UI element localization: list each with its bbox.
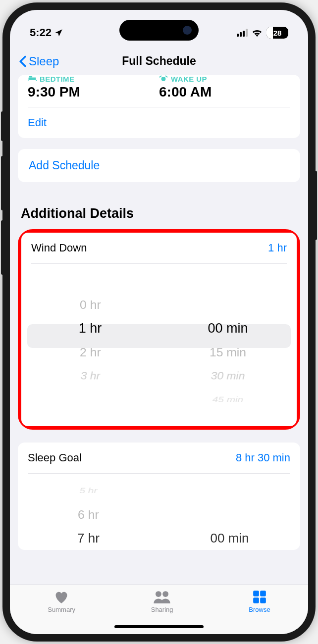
minutes-picker-col[interactable]: 00 min 15 min 30 min 45 min [159, 269, 297, 411]
picker-item[interactable]: 6 hr [78, 503, 99, 526]
sleep-goal-picker[interactable]: 5 hr 6 hr 7 hr 00 min [18, 474, 300, 550]
svg-rect-8 [260, 591, 266, 596]
sleep-goal-card: Sleep Goal 8 hr 30 min 5 hr 6 hr 7 hr [18, 443, 300, 550]
wind-down-label: Wind Down [31, 242, 87, 254]
minutes-picker-col[interactable]: 00 min [159, 479, 300, 550]
wind-down-card: Wind Down 1 hr 0 hr 1 hr 2 hr 3 h [21, 233, 297, 426]
picker-item-selected[interactable]: 1 hr [79, 316, 102, 340]
bedtime-value: 9:30 PM [28, 84, 159, 100]
section-title: Additional Details [18, 201, 300, 229]
tab-label: Summary [48, 606, 75, 613]
tab-summary[interactable]: Summary [48, 590, 75, 613]
picker-item[interactable]: 7 hr [77, 526, 100, 550]
schedule-card: BEDTIME 9:30 PM WAKE UP 6:00 AM Edit [18, 75, 300, 138]
cellular-icon [237, 29, 248, 37]
svg-point-6 [162, 591, 168, 597]
tab-label: Browse [249, 606, 270, 613]
sleep-goal-label: Sleep Goal [28, 451, 82, 464]
picker-item[interactable]: 2 hr [80, 341, 101, 363]
svg-rect-9 [253, 597, 259, 603]
content[interactable]: BEDTIME 9:30 PM WAKE UP 6:00 AM Edit [10, 75, 308, 605]
dynamic-island [119, 20, 199, 41]
battery-icon: 28 [266, 27, 288, 39]
svg-rect-0 [29, 78, 36, 80]
phone-frame: 5:22 28 Sleep Full Schedule [2, 2, 316, 642]
picker-item-selected[interactable]: 00 min [208, 316, 248, 340]
tab-sharing[interactable]: Sharing [151, 590, 173, 613]
status-time: 5:22 [30, 26, 52, 39]
wakeup-value: 6:00 AM [159, 84, 290, 100]
back-label: Sleep [29, 54, 59, 68]
picker-item[interactable]: 15 min [210, 341, 246, 363]
bedtime-label: BEDTIME [40, 75, 74, 83]
nav-bar: Sleep Full Schedule [10, 45, 308, 75]
picker-item[interactable]: 5 hr [80, 484, 98, 497]
highlight-annotation: Wind Down 1 hr 0 hr 1 hr 2 hr 3 h [18, 229, 300, 430]
picker-item[interactable]: 00 min [210, 526, 249, 550]
svg-point-5 [156, 591, 161, 597]
wifi-icon [252, 28, 263, 37]
hours-picker-col[interactable]: 0 hr 1 hr 2 hr 3 hr [21, 269, 159, 411]
wind-down-picker[interactable]: 0 hr 1 hr 2 hr 3 hr 00 min 15 min 30 min [21, 264, 297, 426]
chevron-left-icon [19, 55, 27, 67]
grid-icon [252, 590, 267, 604]
picker-item[interactable]: 45 min [212, 393, 243, 406]
wakeup-label: WAKE UP [171, 75, 207, 83]
sleep-goal-value: 8 hr 30 min [236, 451, 290, 464]
svg-point-4 [161, 77, 166, 81]
location-icon [54, 28, 63, 37]
picker-item[interactable]: 3 hr [80, 366, 100, 385]
people-icon [153, 590, 171, 604]
svg-rect-3 [29, 76, 32, 78]
tab-label: Sharing [151, 606, 173, 613]
wakeup-icon [159, 75, 168, 83]
back-button[interactable]: Sleep [19, 54, 59, 68]
screen: 5:22 28 Sleep Full Schedule [10, 10, 308, 634]
page-title: Full Schedule [122, 54, 196, 68]
tab-browse[interactable]: Browse [249, 590, 270, 613]
picker-item[interactable]: 0 hr [80, 293, 101, 316]
bedtime-icon [28, 75, 37, 83]
svg-rect-1 [28, 80, 29, 81]
wind-down-value: 1 hr [268, 242, 287, 254]
home-indicator[interactable] [114, 625, 204, 628]
edit-button[interactable]: Edit [18, 107, 300, 138]
svg-rect-7 [253, 591, 259, 596]
svg-rect-10 [260, 597, 266, 603]
svg-rect-2 [36, 80, 37, 81]
hours-picker-col[interactable]: 5 hr 6 hr 7 hr [18, 479, 159, 550]
heart-icon [53, 590, 69, 604]
picker-item[interactable]: 30 min [211, 366, 245, 385]
add-schedule-button[interactable]: Add Schedule [18, 149, 300, 182]
